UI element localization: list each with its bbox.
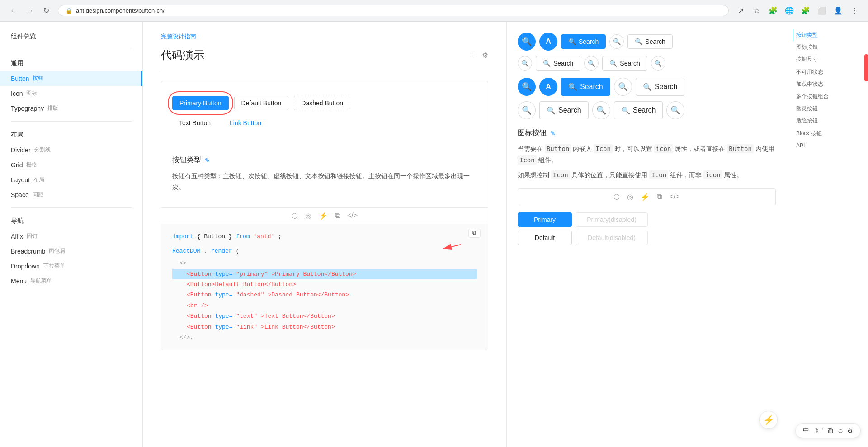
- dashed-button[interactable]: Dashed Button: [294, 96, 350, 110]
- default-button[interactable]: Default Button: [234, 96, 289, 110]
- sidebar-space-label: Space: [11, 191, 29, 198]
- toc-item-icon-btn[interactable]: 图标按钮: [793, 41, 863, 53]
- search-primary-med[interactable]: 🔍 Search: [561, 78, 610, 96]
- copy-code-btn[interactable]: ⧉: [468, 228, 481, 239]
- icon-tool-code[interactable]: </>: [669, 193, 679, 201]
- table-of-contents: 按钮类型 图标按钮 按钮尺寸 不可用状态 加载中状态 多个按钮组合 幽灵按钮 危…: [787, 22, 868, 447]
- window-button[interactable]: ⬜: [816, 5, 828, 17]
- puzzle-button[interactable]: 🧩: [799, 5, 812, 17]
- toc-item-block[interactable]: Block 按钮: [793, 127, 863, 140]
- sidebar-item-divider[interactable]: Divider 分割线: [0, 142, 142, 157]
- toc-item-api[interactable]: API: [793, 140, 863, 152]
- search-text-med[interactable]: 🔍 Search: [636, 78, 685, 96]
- extension-button[interactable]: 🧩: [767, 5, 779, 17]
- icon-section-edit-icon[interactable]: ✎: [550, 130, 556, 137]
- back-button[interactable]: ←: [7, 5, 20, 17]
- toc-item-ghost[interactable]: 幽灵按钮: [793, 103, 863, 115]
- forward-button[interactable]: →: [24, 5, 36, 17]
- sidebar-section-layout[interactable]: 布局: [0, 127, 142, 142]
- sidebar-item-grid[interactable]: Grid 栅格: [0, 157, 142, 172]
- sidebar-item-space[interactable]: Space 间距: [0, 187, 142, 202]
- sidebar-item-button[interactable]: Button 按钮: [0, 71, 142, 86]
- link-button[interactable]: Link Button: [223, 116, 268, 130]
- search-text-med-3[interactable]: 🔍 Search: [614, 101, 663, 119]
- sidebar-item-menu[interactable]: Menu 导航菜单: [0, 273, 142, 288]
- search-circle-default-1[interactable]: 🔍: [609, 34, 624, 49]
- search-circle-med-3[interactable]: 🔍: [592, 101, 610, 119]
- subsection1-edit-icon[interactable]: ✎: [205, 157, 210, 164]
- settings-icon[interactable]: ⚙: [482, 51, 488, 60]
- tool-copy-icon[interactable]: ⧉: [335, 212, 340, 220]
- share-button[interactable]: ↗: [734, 5, 747, 17]
- sidebar-layout-zh: 布局: [33, 176, 44, 184]
- lock-icon: 🔒: [66, 8, 72, 14]
- circle-a-large[interactable]: A: [539, 33, 557, 51]
- sidebar-layout-label: Layout: [11, 176, 30, 184]
- toc-item-loading-text: 加载中状态: [796, 81, 823, 87]
- sidebar-top-section[interactable]: 组件总览: [0, 29, 142, 44]
- icon-tool-copy[interactable]: ⧉: [657, 193, 662, 201]
- accessibility-float-btn[interactable]: ⚡: [760, 411, 778, 429]
- design-guide-link[interactable]: 完整设计指南: [161, 33, 196, 41]
- circle-a-med[interactable]: A: [539, 78, 557, 96]
- toc-item-icon-btn-text: 图标按钮: [796, 44, 818, 50]
- search-text-btn-3[interactable]: 🔍 Search: [602, 56, 647, 71]
- bottom-input-bar[interactable]: 中 ☽ ' 简 ☺ ⚙: [795, 423, 861, 438]
- icon-tool-cube[interactable]: ⬡: [613, 193, 620, 201]
- toc-item-loading[interactable]: 加载中状态: [793, 78, 863, 90]
- search-circle-default-2[interactable]: 🔍: [518, 56, 532, 71]
- sidebar-item-icon[interactable]: Icon 图标: [0, 86, 142, 101]
- search-text-med-2[interactable]: 🔍 Search: [539, 101, 589, 119]
- circle-primary-med[interactable]: 🔍: [518, 78, 536, 96]
- toc-item-btn-size[interactable]: 按钮尺寸: [793, 53, 863, 66]
- render-line: ReactDOM . render (: [172, 246, 477, 256]
- search-text-btn-1[interactable]: 🔍 Search: [627, 34, 672, 49]
- sidebar-item-layout[interactable]: Layout 布局: [0, 172, 142, 187]
- address-bar[interactable]: 🔒 ant.design/components/button-cn/: [58, 5, 729, 16]
- expand-icon[interactable]: □: [472, 51, 476, 60]
- icon-section-text1: 当需要在 Button 内嵌入 Icon 时，可以设置 icon 属性，或者直接…: [518, 143, 776, 166]
- tool-cube-icon[interactable]: ⬡: [292, 212, 298, 220]
- icon-tool-lightning[interactable]: ⚡: [641, 193, 650, 201]
- toc-item-btn-type[interactable]: 按钮类型: [793, 29, 863, 41]
- btn-table-row-primary: Primary Primary(disabled): [518, 212, 776, 227]
- tool-lightning-icon[interactable]: ⚡: [319, 212, 328, 220]
- toc-item-multiple[interactable]: 多个按钮组合: [793, 90, 863, 103]
- jsx-close: </>,: [172, 332, 477, 343]
- search-circle-med-2[interactable]: 🔍: [518, 101, 536, 119]
- table-primary-disabled-btn: Primary(disabled): [576, 212, 648, 227]
- search-circle-med-4[interactable]: 🔍: [666, 101, 684, 119]
- table-default-label: Default: [535, 234, 555, 241]
- sidebar-section-nav[interactable]: 导航: [0, 213, 142, 229]
- primary-button[interactable]: Primary Button: [172, 96, 229, 110]
- icon-tool-box[interactable]: ◎: [627, 193, 633, 201]
- sidebar-item-breadcrumb[interactable]: Breadcrumb 面包屑: [0, 244, 142, 259]
- search-text-btn-2[interactable]: 🔍 Search: [536, 56, 580, 71]
- circle-primary-large[interactable]: 🔍: [518, 33, 536, 51]
- reload-button[interactable]: ↻: [40, 5, 52, 17]
- search-primary-btn[interactable]: 🔍 Search: [561, 34, 606, 49]
- profile-button[interactable]: 👤: [832, 5, 844, 17]
- copy-btn-label[interactable]: ⧉: [468, 229, 481, 238]
- translate-button[interactable]: 🌐: [783, 5, 796, 17]
- sidebar-button-zh: 按钮: [33, 75, 43, 82]
- sidebar-item-affix[interactable]: Affix 固钉: [0, 229, 142, 244]
- sidebar-affix-label: Affix: [11, 233, 23, 240]
- sidebar-item-dropdown[interactable]: Dropdown 下拉菜单: [0, 259, 142, 273]
- search-circle-default-4[interactable]: 🔍: [651, 56, 665, 71]
- sidebar-item-typography[interactable]: Typography 排版: [0, 101, 142, 116]
- search-circle-med[interactable]: 🔍: [614, 78, 632, 96]
- sidebar-breadcrumb-zh: 面包屑: [49, 247, 65, 255]
- menu-button[interactable]: ⋮: [848, 5, 861, 17]
- search-circle-default-3[interactable]: 🔍: [584, 56, 599, 71]
- toc-item-disabled[interactable]: 不可用状态: [793, 66, 863, 78]
- toc-item-danger[interactable]: 危险按钮: [793, 115, 863, 127]
- bookmark-button[interactable]: ☆: [750, 5, 763, 17]
- table-default-btn[interactable]: Default: [518, 231, 572, 245]
- tool-code-icon[interactable]: </>: [347, 212, 358, 220]
- table-primary-btn[interactable]: Primary: [518, 212, 572, 227]
- text-button[interactable]: Text Button: [172, 116, 217, 130]
- tool-box-icon[interactable]: ◎: [305, 212, 311, 220]
- icon-section-text2: 如果想控制 Icon 具体的位置，只能直接使用 Icon 组件，而非 icon …: [518, 169, 776, 181]
- sidebar-section-general[interactable]: 通用: [0, 56, 142, 71]
